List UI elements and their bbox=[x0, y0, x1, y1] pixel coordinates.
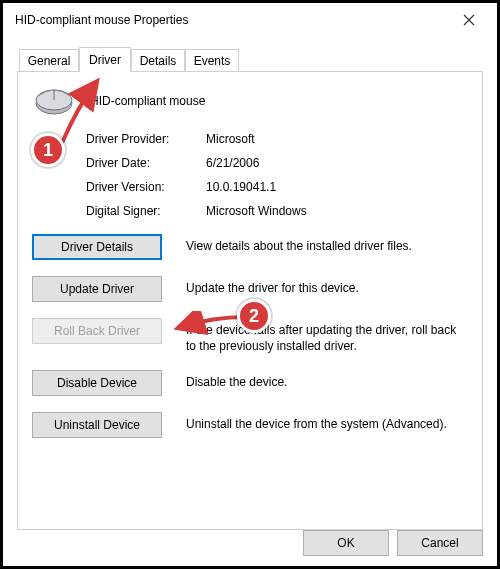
update-driver-button[interactable]: Update Driver bbox=[32, 276, 162, 302]
driver-details-button[interactable]: Driver Details bbox=[32, 234, 162, 260]
date-label: Driver Date: bbox=[86, 156, 206, 170]
tab-events-label: Events bbox=[194, 54, 231, 68]
action-row-update: Update Driver Update the driver for this… bbox=[32, 276, 468, 302]
ok-button[interactable]: OK bbox=[303, 530, 389, 556]
signer-label: Digital Signer: bbox=[86, 204, 206, 218]
tab-general[interactable]: General bbox=[19, 49, 79, 72]
tab-strip: General Driver Details Events bbox=[17, 47, 483, 72]
window-title: HID-compliant mouse Properties bbox=[15, 13, 188, 27]
driver-details-desc: View details about the installed driver … bbox=[186, 234, 468, 254]
tab-driver-label: Driver bbox=[89, 53, 121, 67]
annotation-badge-2: 2 bbox=[237, 299, 271, 333]
roll-back-driver-button: Roll Back Driver bbox=[32, 318, 162, 344]
disable-device-desc: Disable the device. bbox=[186, 370, 468, 390]
annotation-badge-1: 1 bbox=[31, 133, 65, 167]
disable-device-button[interactable]: Disable Device bbox=[32, 370, 162, 396]
version-label: Driver Version: bbox=[86, 180, 206, 194]
close-icon bbox=[463, 14, 475, 26]
action-row-uninstall: Uninstall Device Uninstall the device fr… bbox=[32, 412, 468, 438]
tab-general-label: General bbox=[28, 54, 71, 68]
dialog-footer: OK Cancel bbox=[303, 530, 483, 556]
info-row-version: Driver Version: 10.0.19041.1 bbox=[86, 180, 468, 194]
action-row-disable: Disable Device Disable the device. bbox=[32, 370, 468, 396]
device-header: HID-compliant mouse bbox=[32, 86, 468, 116]
info-row-date: Driver Date: 6/21/2006 bbox=[86, 156, 468, 170]
tab-details-label: Details bbox=[140, 54, 177, 68]
tab-driver[interactable]: Driver bbox=[79, 47, 131, 72]
mouse-icon bbox=[32, 86, 76, 116]
uninstall-device-desc: Uninstall the device from the system (Ad… bbox=[186, 412, 468, 432]
provider-value: Microsoft bbox=[206, 132, 255, 146]
driver-info-table: Driver Provider: Microsoft Driver Date: … bbox=[86, 132, 468, 218]
device-name: HID-compliant mouse bbox=[90, 94, 205, 108]
info-row-signer: Digital Signer: Microsoft Windows bbox=[86, 204, 468, 218]
roll-back-driver-desc: If the device fails after updating the d… bbox=[186, 318, 468, 354]
version-value: 10.0.19041.1 bbox=[206, 180, 276, 194]
info-row-provider: Driver Provider: Microsoft bbox=[86, 132, 468, 146]
cancel-button[interactable]: Cancel bbox=[397, 530, 483, 556]
titlebar: HID-compliant mouse Properties bbox=[3, 3, 497, 37]
tab-events[interactable]: Events bbox=[185, 49, 239, 72]
action-row-details: Driver Details View details about the in… bbox=[32, 234, 468, 260]
signer-value: Microsoft Windows bbox=[206, 204, 307, 218]
update-driver-desc: Update the driver for this device. bbox=[186, 276, 468, 296]
uninstall-device-button[interactable]: Uninstall Device bbox=[32, 412, 162, 438]
provider-label: Driver Provider: bbox=[86, 132, 206, 146]
close-button[interactable] bbox=[449, 7, 489, 33]
tab-details[interactable]: Details bbox=[131, 49, 185, 72]
date-value: 6/21/2006 bbox=[206, 156, 259, 170]
